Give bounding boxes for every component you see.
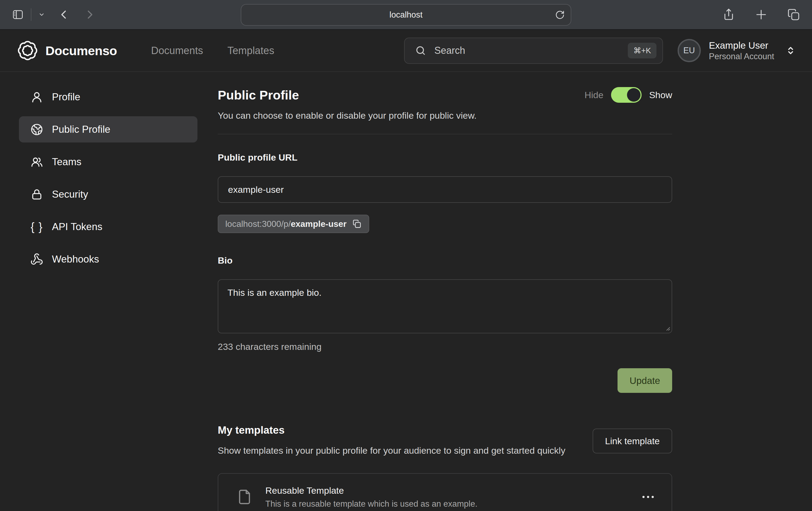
update-button[interactable]: Update: [617, 368, 672, 393]
bio-field-label: Bio: [218, 255, 672, 266]
sidebar-item-label: API Tokens: [52, 221, 102, 233]
nav-templates[interactable]: Templates: [228, 45, 274, 57]
sidebar-toggle-button[interactable]: [12, 9, 24, 21]
sidebar-item-public-profile[interactable]: Public Profile: [19, 116, 198, 143]
globe-icon: [30, 123, 43, 136]
sidebar-item-label: Profile: [52, 91, 80, 103]
sidebar-item-api-tokens[interactable]: { } API Tokens: [19, 214, 198, 240]
user-icon: [30, 91, 43, 103]
share-button[interactable]: [722, 8, 735, 21]
brand-name: Documenso: [46, 43, 117, 58]
copy-icon: [352, 219, 361, 229]
sidebar-item-label: Webhooks: [52, 253, 99, 265]
new-tab-button[interactable]: [755, 8, 767, 21]
forward-button[interactable]: [84, 9, 96, 21]
address-bar-url: localhost: [389, 10, 423, 20]
avatar-initials: EU: [683, 46, 695, 55]
chevrons-up-down-icon: [785, 45, 796, 56]
chevron-down-icon: [38, 11, 45, 18]
sidebar-item-label: Teams: [52, 156, 81, 168]
account-info: Example User Personal Account: [709, 39, 774, 62]
braces-icon: { }: [30, 220, 43, 233]
link-template-button[interactable]: Link template: [592, 428, 672, 453]
documenso-logo-icon: [17, 40, 38, 61]
chevron-left-icon: [58, 9, 70, 21]
tabs-overview-icon: [787, 8, 800, 21]
app-header: Documenso Documents Templates ⌘+K EU Exa…: [0, 30, 812, 72]
file-icon: [236, 488, 253, 505]
share-icon: [722, 8, 735, 21]
chrome-divider: [31, 8, 31, 21]
profile-link-prefix: localhost:3000/p/: [225, 219, 291, 229]
url-field-label: Public profile URL: [218, 152, 672, 163]
sidebar-item-label: Security: [52, 189, 88, 200]
avatar: EU: [677, 39, 701, 62]
search-input[interactable]: [434, 45, 620, 56]
ellipsis-icon: [642, 496, 644, 498]
address-bar[interactable]: localhost: [241, 4, 571, 26]
copy-link-button[interactable]: [352, 219, 361, 229]
brand[interactable]: Documenso: [17, 40, 117, 61]
reload-button[interactable]: [555, 10, 565, 20]
public-profile-url-input[interactable]: [218, 176, 672, 203]
browser-chrome: localhost: [0, 0, 812, 30]
public-profile-panel: Public Profile Hide Show You can choose …: [218, 84, 672, 511]
nav-documents[interactable]: Documents: [151, 45, 203, 57]
switch-knob: [627, 88, 640, 102]
content: Profile Public Profile Teams: [0, 72, 812, 511]
template-card[interactable]: Reusable Template This is a reusable tem…: [218, 473, 672, 511]
public-profile-link[interactable]: localhost:3000/p/example-user: [218, 215, 369, 233]
my-templates-description: Show templates in your public profile fo…: [218, 444, 565, 457]
sidebar-dropdown-button[interactable]: [38, 11, 45, 18]
sidebar-item-label: Public Profile: [52, 124, 110, 135]
account-menu[interactable]: EU Example User Personal Account: [677, 39, 796, 62]
profile-visibility-switch[interactable]: [611, 87, 642, 103]
template-title: Reusable Template: [265, 485, 477, 496]
search-icon: [415, 45, 426, 56]
sidebar-item-webhooks[interactable]: Webhooks: [19, 246, 198, 272]
profile-visibility-toggle-group: Hide Show: [584, 87, 672, 103]
template-description: This is a reusable template which is use…: [265, 499, 477, 509]
browser-actions: [722, 8, 800, 21]
my-templates-title: My templates: [218, 424, 565, 436]
main-nav: Documents Templates: [151, 45, 274, 57]
search-box[interactable]: ⌘+K: [404, 37, 663, 64]
account-name: Example User: [709, 39, 774, 51]
toggle-show-label: Show: [649, 90, 672, 100]
back-button[interactable]: [58, 9, 70, 21]
bio-textarea[interactable]: This is an example bio.: [218, 279, 672, 333]
profile-link-username: example-user: [291, 219, 347, 229]
ellipsis-icon: [647, 496, 649, 498]
lock-icon: [30, 188, 43, 201]
sidebar-item-security[interactable]: Security: [19, 181, 198, 207]
template-card-text: Reusable Template This is a reusable tem…: [265, 485, 477, 509]
tab-overview-button[interactable]: [787, 8, 800, 21]
template-menu-button[interactable]: [642, 496, 654, 498]
browser-nav-controls: [12, 8, 96, 21]
account-switcher-caret: [785, 45, 796, 56]
account-type: Personal Account: [709, 51, 774, 62]
search-shortcut-badge: ⌘+K: [628, 43, 656, 58]
page-title: Public Profile: [218, 88, 299, 102]
characters-remaining: 233 characters remaining: [218, 341, 672, 352]
panel-left-icon: [12, 9, 24, 21]
sidebar-item-profile[interactable]: Profile: [19, 84, 198, 110]
plus-icon: [755, 8, 767, 21]
reload-icon: [555, 10, 565, 20]
page-subtitle: You can choose to enable or disable your…: [218, 110, 672, 121]
settings-sidebar: Profile Public Profile Teams: [19, 84, 198, 511]
toggle-hide-label: Hide: [584, 90, 604, 100]
ellipsis-icon: [651, 496, 654, 498]
section-divider: [218, 134, 672, 134]
users-icon: [30, 155, 43, 169]
sidebar-item-teams[interactable]: Teams: [19, 149, 198, 175]
chevron-right-icon: [84, 9, 96, 21]
templates-header-text: My templates Show templates in your publ…: [218, 424, 565, 457]
webhook-icon: [30, 253, 43, 266]
